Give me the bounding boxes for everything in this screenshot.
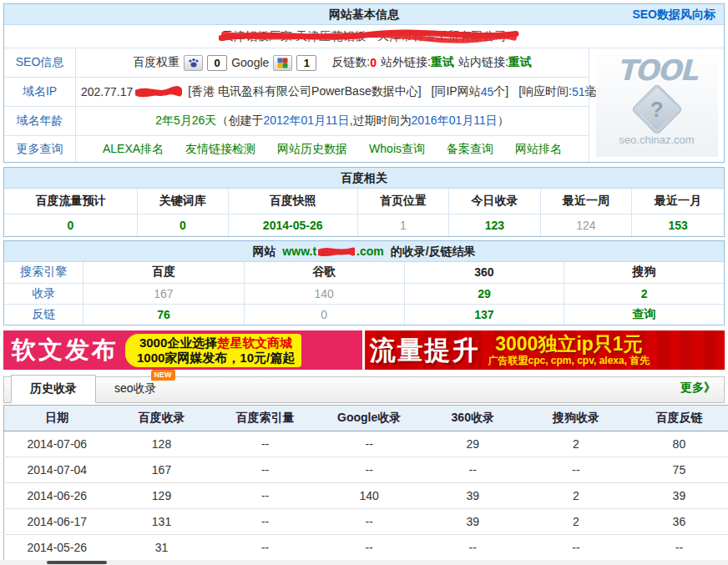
index-result-panel: 网站 www.t.com 的收录/反链结果 搜索引擎 百度 谷歌 360 搜狗 …	[3, 240, 725, 325]
cell: --	[524, 457, 628, 483]
baidu-related-panel: 百度相关 百度流量预计 关键词库 百度快照 首页位置 今日收录 最近一周 最近一…	[3, 167, 725, 237]
link-friendly-links-check[interactable]: 友情链接检测	[185, 142, 255, 157]
last-week-value: 124	[540, 214, 631, 236]
hcol-baidu-indexed: 百度收录	[110, 406, 214, 431]
sogou-backlinks-query-link[interactable]: 查询	[633, 307, 656, 320]
link-alexa-rank[interactable]: ALEXA排名	[103, 142, 164, 157]
360-indexed: 29	[404, 283, 564, 304]
google-backlinks: 0	[244, 304, 404, 325]
hcol-google-indexed: Google收录	[317, 406, 422, 431]
scrollbar-thumb[interactable]	[47, 561, 107, 564]
link-site-history-data[interactable]: 网站历史数据	[277, 142, 347, 157]
baidu-weight-value[interactable]: 0	[207, 55, 227, 71]
index-result-title-suffix: 的收录/反链结果	[391, 245, 476, 258]
cell: 39	[421, 483, 524, 509]
cell: --	[421, 457, 524, 483]
cell: --	[317, 509, 422, 535]
created-prefix: （创建于	[216, 114, 263, 129]
cell: 129	[110, 483, 214, 509]
index-result-header: 网站 www.t.com 的收录/反链结果	[4, 241, 724, 262]
horizontal-scrollbar[interactable]	[0, 560, 728, 565]
baidu-related-title: 百度相关	[341, 171, 387, 184]
cell: 75	[628, 457, 728, 483]
seo-info-row: SEO信息 百度权重 0 Google	[4, 48, 589, 78]
cell: 128	[110, 431, 214, 457]
table-row: 2014-07-04167--------75	[4, 457, 728, 483]
link-whois-query[interactable]: Whois查询	[369, 142, 425, 157]
logo-site-url: seo.chinaz.com	[596, 134, 718, 146]
link-icp-record-query[interactable]: 备案查询	[447, 142, 493, 157]
col-homepage-position: 首页位置	[357, 189, 448, 214]
hcol-360-indexed: 360收录	[421, 406, 524, 431]
cell: --	[213, 431, 317, 457]
table-row: 2014-05-2631----------	[4, 535, 728, 561]
site-title: 天津铝板厂家-天津压花铝板—天津市祥金工贸有限公司	[222, 29, 507, 43]
seo-trend-link[interactable]: SEO数据风向标	[632, 4, 715, 25]
sogou-indexed: 2	[564, 283, 724, 304]
link-site-rank[interactable]: 网站排名	[515, 142, 562, 157]
cell: --	[213, 509, 317, 535]
tool-logo-text: TOOL	[596, 53, 718, 87]
360-backlinks: 137	[404, 304, 564, 325]
ad-traffic-boost-banner[interactable]: 流量提升 3000独立ip只1元 广告联盟cpc, cpm, cpv, alex…	[365, 330, 725, 370]
cell: --	[317, 431, 422, 457]
engine-360: 360	[404, 262, 564, 283]
tab-seo-index[interactable]: seo收录 NEW	[96, 376, 175, 402]
cell: 29	[421, 431, 524, 457]
hcol-baidu-backlinks: 百度反链	[628, 406, 728, 431]
cell: 2014-06-26	[4, 483, 110, 509]
index-result-table: 搜索引擎 百度 谷歌 360 搜狗 收录 167 140 29 2 反链 76 …	[4, 262, 724, 325]
ip-redaction-scribble	[135, 86, 182, 98]
tab-history-index[interactable]: 历史收录	[11, 375, 96, 403]
baidu-snapshot-value[interactable]: 2014-05-26	[228, 214, 357, 236]
col-today-indexed: 今日收录	[449, 189, 540, 214]
hcol-baidu-index-volume: 百度索引量	[213, 406, 317, 431]
outlinks-retry-link[interactable]: 重试	[431, 55, 454, 70]
chinaz-tool-logo[interactable]: TOOL ? seo.chinaz.com	[596, 53, 718, 157]
domain-age-row: 域名年龄 2年5月26天 （创建于 2012年01月11日 ,过期时间为 201…	[4, 107, 589, 136]
col-baidu-snapshot: 百度快照	[228, 189, 357, 214]
inlinks-retry-link[interactable]: 重试	[508, 55, 532, 70]
site-url-link[interactable]: www.t.com	[282, 245, 383, 258]
more-link[interactable]: 更多》	[672, 381, 724, 402]
site-title-row: 天津铝板厂家-天津压花铝板—天津市祥金工贸有限公司	[4, 25, 724, 48]
baidu-related-table: 百度流量预计 关键词库 百度快照 首页位置 今日收录 最近一周 最近一月 0 0…	[4, 189, 724, 236]
google-indexed: 140	[244, 283, 404, 304]
domain-age-label: 域名年龄	[4, 107, 76, 135]
table-row: 2014-06-17131----39236	[4, 509, 728, 535]
google-pr-value[interactable]: 1	[296, 55, 316, 71]
ip-visible: 202.77.17	[81, 85, 133, 98]
hcol-sogou-indexed: 搜狗收录	[524, 406, 628, 431]
baidu-related-header: 百度相关	[4, 168, 724, 189]
cell: --	[628, 535, 728, 561]
seo-info-label: SEO信息	[4, 48, 76, 77]
cell: 2014-07-04	[4, 457, 110, 483]
ad-banner-row: 软文发布 3000企业选择楚星软文商城 1000家网媒发布，10元/篇起 流量提…	[3, 330, 725, 370]
keyword-lib-value: 0	[137, 214, 228, 236]
cell: 167	[110, 457, 214, 483]
cell: 2014-06-17	[4, 509, 110, 535]
table-row: 2014-07-06128----29280	[4, 431, 728, 457]
response-time: 51	[572, 85, 585, 98]
logo-cell: TOOL ? seo.chinaz.com	[589, 48, 724, 162]
baidu-indexed: 167	[83, 283, 244, 304]
index-result-title-prefix: 网站	[252, 245, 276, 258]
cell: --	[317, 457, 422, 483]
more-queries-label: 更多查询	[4, 136, 76, 162]
cell: 2	[524, 431, 628, 457]
google-pr-icon[interactable]	[273, 55, 292, 71]
same-ip-count-link[interactable]: 45	[481, 85, 494, 98]
backlinks-value: 0	[370, 56, 377, 69]
baidu-weight-label: 百度权重	[133, 55, 179, 70]
cell: 2	[524, 509, 628, 535]
domain-age-value: 2年5月26天	[155, 114, 216, 129]
engine-baidu: 百度	[83, 262, 244, 283]
history-index-table: 日期 百度收录 百度索引量 Google收录 360收录 搜狗收录 百度反链 2…	[3, 405, 728, 561]
ad-soft-article-banner[interactable]: 软文发布 3000企业选择楚星软文商城 1000家网媒发布，10元/篇起	[3, 330, 362, 370]
engine-sogou: 搜狗	[564, 262, 724, 283]
domain-ip-row: 域名IP 202.77.17 [香港 电讯盈科有限公司PowerBase数据中心…	[4, 78, 589, 107]
ad-right-text: 3000独立ip只1元 广告联盟cpc, cpm, cpv, alexa, 首先	[488, 334, 650, 366]
question-diamond-icon: ?	[632, 84, 681, 134]
last-month-value: 153	[632, 214, 724, 236]
baidu-paw-icon[interactable]	[184, 55, 203, 71]
